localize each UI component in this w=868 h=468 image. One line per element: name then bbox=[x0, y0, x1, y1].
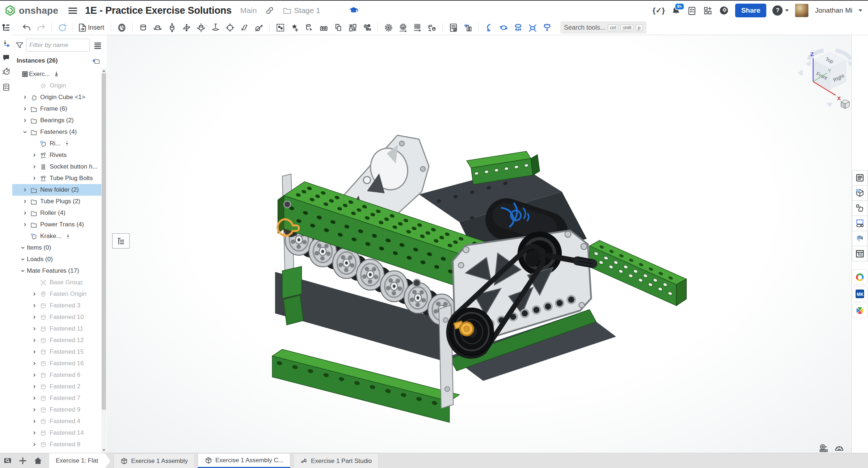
tree-item-fastened-9[interactable]: Fastened 9 bbox=[12, 404, 101, 416]
view-cube-left-arrow[interactable] bbox=[798, 69, 803, 76]
share-button[interactable]: Share bbox=[735, 4, 767, 17]
home-button[interactable] bbox=[30, 453, 46, 468]
tree-chevron-icon[interactable] bbox=[30, 153, 38, 157]
model-green-post-left[interactable] bbox=[283, 295, 303, 325]
tree-item-fasteners-4[interactable]: Fasteners (4) bbox=[12, 126, 101, 138]
tree-chevron-icon[interactable] bbox=[30, 442, 38, 447]
tree-item-rivets[interactable]: Rivets bbox=[12, 149, 101, 161]
scroll-down-arrow[interactable] bbox=[102, 449, 105, 451]
mate-cylindrical-button[interactable] bbox=[195, 21, 207, 34]
mate-tangent-button[interactable] bbox=[253, 21, 265, 34]
tree-item-loads-0[interactable]: Loads (0) bbox=[12, 254, 101, 265]
document-tab-2[interactable]: Exercise 1 Assembly bbox=[113, 453, 195, 468]
tree-chevron-icon[interactable] bbox=[30, 419, 38, 424]
tree-chevron-icon[interactable] bbox=[21, 211, 29, 215]
sim-spin-button[interactable] bbox=[497, 21, 510, 34]
tree-chevron-icon[interactable] bbox=[30, 431, 38, 435]
learning-path-icon[interactable] bbox=[349, 5, 359, 16]
list-options-icon[interactable] bbox=[93, 41, 102, 50]
undo-button[interactable] bbox=[20, 21, 33, 34]
tree-item-krake[interactable]: Krake... bbox=[12, 230, 101, 242]
add-tab-button[interactable] bbox=[15, 453, 30, 468]
model-green-block-left[interactable] bbox=[282, 266, 302, 298]
tree-item-base-group[interactable]: Base Group bbox=[12, 277, 101, 288]
learning-center-icon[interactable] bbox=[719, 5, 729, 16]
add-folder-icon[interactable] bbox=[92, 57, 100, 65]
dots-icon[interactable] bbox=[64, 141, 70, 146]
tree-chevron-icon[interactable] bbox=[30, 350, 38, 354]
tree-item-fastened-15[interactable]: Fastened 15 bbox=[12, 346, 101, 358]
tree-item-ri[interactable]: Ri... bbox=[12, 138, 101, 149]
user-menu-caret-icon[interactable] bbox=[859, 9, 862, 12]
feature-script-icon[interactable]: {✓} bbox=[653, 6, 665, 15]
tree-item-origin[interactable]: Origin bbox=[12, 80, 101, 92]
user-name[interactable]: Jonathan Mi bbox=[815, 7, 852, 14]
tree-item-tube-plug-bolts[interactable]: Tube Plug Bolts bbox=[12, 173, 101, 184]
measure-compare-button[interactable] bbox=[462, 21, 474, 34]
rollback-button[interactable] bbox=[56, 21, 68, 34]
app-button-pinwheel[interactable] bbox=[852, 303, 868, 318]
tree-item-fastened-6[interactable]: Fastened 6 bbox=[12, 369, 101, 381]
tape-measure-icon[interactable] bbox=[819, 443, 829, 453]
tree-item-fastened-2[interactable]: Fastened 2 bbox=[12, 381, 101, 392]
transfer-button[interactable] bbox=[332, 21, 344, 34]
tree-item-fastened-14[interactable]: Fastened 14 bbox=[12, 427, 101, 439]
panel-scrollbar[interactable] bbox=[101, 68, 106, 453]
tree-chevron-icon[interactable] bbox=[21, 130, 29, 134]
link-icon[interactable] bbox=[265, 6, 274, 15]
document-tab-3[interactable]: Exercise 1 Assembly C... bbox=[198, 453, 290, 468]
tree-chevron-icon[interactable] bbox=[30, 338, 38, 343]
tree-chevron-icon[interactable] bbox=[30, 384, 38, 389]
bom-panel-button[interactable] bbox=[852, 170, 868, 186]
appearance-panel-button[interactable] bbox=[852, 231, 868, 246]
mate-pin-slot-button[interactable] bbox=[209, 21, 222, 34]
protractor-icon[interactable] bbox=[834, 443, 844, 453]
document-tab-4[interactable]: Exercise 1 Part Studio bbox=[293, 453, 379, 468]
branch-name[interactable]: Main bbox=[240, 6, 257, 15]
tree-item-roller-4[interactable]: Roller (4) bbox=[12, 207, 101, 219]
instances-list-tab[interactable] bbox=[0, 20, 13, 35]
sim-collision-button[interactable] bbox=[526, 21, 539, 34]
view-cube-down-arrow[interactable] bbox=[826, 103, 833, 108]
tree-chevron-icon[interactable] bbox=[30, 176, 38, 180]
tree-item-fastened-3[interactable]: Fastened 3 bbox=[12, 300, 101, 311]
mate-revolute-button[interactable] bbox=[151, 21, 164, 34]
named-positions-button[interactable] bbox=[115, 21, 128, 34]
tasks-button[interactable] bbox=[1, 82, 11, 92]
main-menu-button[interactable] bbox=[68, 6, 77, 15]
model-green-rail-right[interactable] bbox=[590, 241, 687, 306]
avatar[interactable] bbox=[795, 4, 809, 17]
insert-button[interactable]: Insert bbox=[77, 21, 106, 34]
tree-chevron-icon[interactable] bbox=[30, 292, 38, 296]
workspace-name[interactable]: Stage 1 bbox=[294, 6, 320, 15]
help-icon[interactable]: ? bbox=[772, 5, 783, 16]
mate-ball-button[interactable] bbox=[224, 21, 236, 34]
tree-item-fasten-origin[interactable]: Fasten Origin bbox=[12, 288, 101, 300]
tree-item-frame-6[interactable]: Frame (6) bbox=[12, 103, 101, 115]
tree-chevron-icon[interactable] bbox=[21, 199, 29, 204]
mate-planar-button[interactable] bbox=[180, 21, 193, 34]
tree-item-socket-button-h[interactable]: Socket button h... bbox=[12, 161, 101, 173]
app-store-grid-icon[interactable] bbox=[703, 6, 713, 16]
tree-item-bearings-2[interactable]: Bearings (2) bbox=[12, 115, 101, 126]
tree-chevron-icon[interactable] bbox=[30, 408, 38, 412]
scroll-up-arrow[interactable] bbox=[102, 70, 105, 72]
mate-parallel-button[interactable] bbox=[238, 21, 250, 34]
tree-chevron-icon[interactable] bbox=[30, 396, 38, 400]
history-button[interactable] bbox=[1, 66, 11, 76]
features-flyout-handle[interactable] bbox=[112, 233, 130, 248]
configurations-panel-button[interactable] bbox=[852, 185, 868, 201]
mate-slider-button[interactable] bbox=[166, 21, 178, 34]
model-motor-pulley[interactable] bbox=[525, 250, 540, 267]
tree-chevron-icon[interactable] bbox=[21, 118, 29, 123]
tree-chevron-icon[interactable] bbox=[21, 107, 29, 111]
sim-gravity-button[interactable] bbox=[512, 21, 524, 34]
explode-view-button[interactable] bbox=[361, 21, 373, 34]
tree-item-fastened-10[interactable]: Fastened 10 bbox=[12, 311, 101, 323]
standard-content-button[interactable] bbox=[317, 21, 330, 34]
tasks-clipboard-icon[interactable] bbox=[687, 6, 697, 16]
tree-item-fastened-8[interactable]: Fastened 8 bbox=[12, 439, 101, 450]
tree-chevron-icon[interactable] bbox=[19, 257, 27, 261]
tree-chevron-icon[interactable] bbox=[21, 222, 29, 227]
tree-chevron-icon[interactable] bbox=[30, 165, 38, 169]
